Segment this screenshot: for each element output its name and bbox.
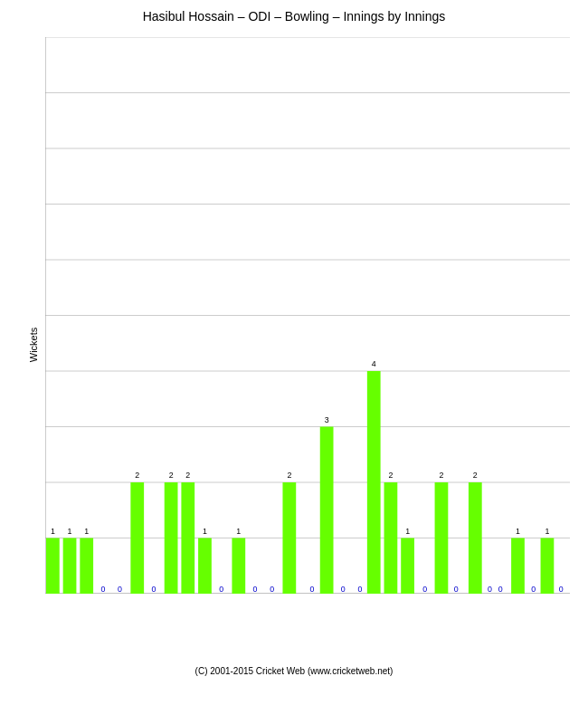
svg-text:0: 0 [454, 585, 459, 594]
bar-24 [435, 482, 449, 594]
bar-12 [232, 538, 245, 595]
bar-17 [320, 427, 334, 595]
bar-20 [367, 371, 381, 594]
bar-26 [469, 482, 482, 594]
svg-text:2: 2 [439, 471, 443, 480]
chart-svg: 0 1 2 3 4 5 6 7 8 9 10 1 1 [45, 37, 570, 594]
svg-text:0: 0 [309, 585, 314, 594]
svg-text:2: 2 [473, 471, 478, 480]
svg-text:1: 1 [405, 527, 410, 536]
bar-31 [541, 538, 555, 595]
svg-text:0: 0 [498, 585, 503, 594]
svg-text:0: 0 [118, 585, 122, 594]
svg-text:0: 0 [219, 585, 223, 594]
svg-text:1: 1 [51, 527, 55, 536]
bar-6 [130, 482, 144, 594]
bar-10 [198, 538, 212, 595]
svg-text:1: 1 [203, 527, 207, 536]
svg-text:3: 3 [325, 415, 329, 424]
svg-text:0: 0 [151, 585, 156, 594]
svg-text:0: 0 [100, 585, 105, 594]
svg-text:2: 2 [388, 471, 393, 480]
svg-text:2: 2 [169, 471, 174, 480]
svg-text:4: 4 [372, 359, 376, 368]
bar-1 [46, 538, 60, 595]
copyright: (C) 2001-2015 Cricket Web (www.cricketwe… [9, 666, 579, 676]
bar-29 [511, 538, 525, 595]
y-axis-title: Wickets [28, 328, 39, 363]
svg-text:0: 0 [341, 585, 346, 594]
bar-2 [63, 538, 77, 595]
chart-container: Hasibul Hossain – ODI – Bowling – Inning… [0, 0, 588, 724]
bar-21 [384, 482, 398, 594]
svg-text:1: 1 [68, 527, 72, 536]
chart-area: 0 1 2 3 4 5 6 7 8 9 10 1 1 [45, 37, 570, 594]
bar-15 [282, 482, 296, 594]
bar-8 [165, 482, 178, 594]
svg-text:2: 2 [287, 471, 291, 480]
bar-22 [401, 538, 414, 595]
svg-text:0: 0 [358, 585, 363, 594]
svg-text:1: 1 [236, 527, 241, 536]
svg-text:0: 0 [270, 585, 274, 594]
svg-text:1: 1 [84, 527, 89, 536]
svg-text:1: 1 [545, 527, 549, 536]
svg-text:2: 2 [185, 471, 190, 480]
chart-title: Hasibul Hossain – ODI – Bowling – Inning… [9, 9, 579, 24]
svg-text:0: 0 [531, 585, 536, 594]
svg-text:0: 0 [253, 585, 258, 594]
svg-text:2: 2 [135, 471, 139, 480]
bar-3 [80, 538, 93, 595]
svg-text:0: 0 [559, 585, 564, 594]
bar-9 [181, 482, 194, 594]
svg-text:1: 1 [516, 527, 520, 536]
svg-text:0: 0 [488, 585, 492, 594]
svg-text:0: 0 [422, 585, 427, 594]
